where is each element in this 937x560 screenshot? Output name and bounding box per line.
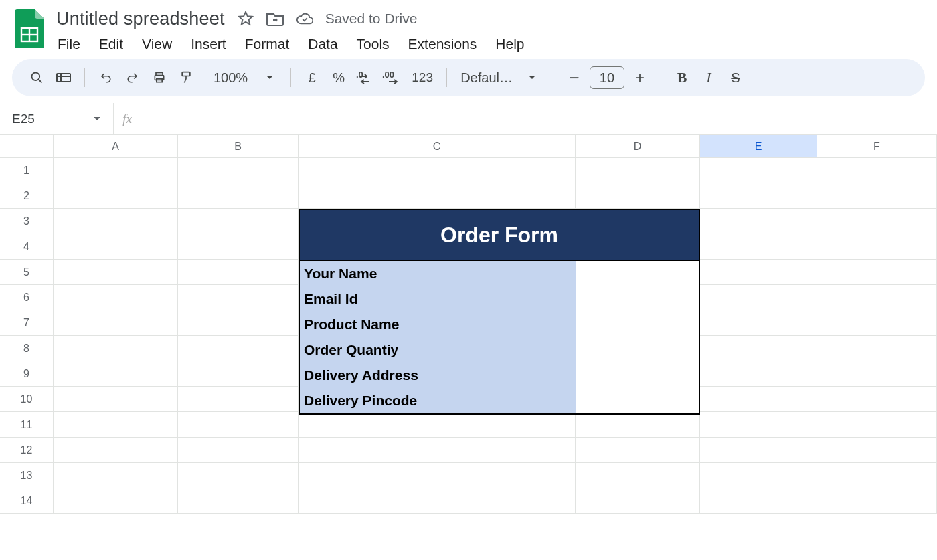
cloud-saved-icon[interactable] xyxy=(296,10,313,27)
order-form-title: Order Form xyxy=(300,210,699,261)
increase-decimal-icon[interactable]: .00 xyxy=(381,66,404,89)
field-input-product-name[interactable] xyxy=(576,312,699,337)
field-input-delivery-address[interactable] xyxy=(576,363,699,388)
zoom-level[interactable]: 100% xyxy=(211,70,250,86)
column-header-E[interactable]: E xyxy=(700,135,817,158)
menu-view[interactable]: View xyxy=(142,36,172,52)
order-form-labels: Your Name Email Id Product Name Order Qu… xyxy=(300,261,576,413)
field-label-email-id: Email Id xyxy=(300,286,576,312)
decrease-decimal-icon[interactable]: .0 xyxy=(354,66,377,89)
name-box[interactable]: E25 xyxy=(0,103,114,134)
bold-button[interactable]: B xyxy=(671,66,693,89)
redo-icon[interactable] xyxy=(121,66,144,89)
app-logo[interactable] xyxy=(12,5,47,52)
menu-data[interactable]: Data xyxy=(308,36,337,52)
font-size-input[interactable]: 10 xyxy=(590,66,624,89)
menubar: File Edit View Insert Format Data Tools … xyxy=(56,32,925,59)
format-percent-button[interactable]: % xyxy=(327,66,350,89)
document-header: Untitled spreadsheet Saved to Drive File… xyxy=(0,0,937,59)
row-header-12[interactable]: 12 xyxy=(0,438,54,463)
search-icon[interactable] xyxy=(25,66,48,89)
italic-button[interactable]: I xyxy=(697,66,720,89)
row-header-9[interactable]: 9 xyxy=(0,361,54,387)
row-header-10[interactable]: 10 xyxy=(0,387,54,412)
increase-font-size-button[interactable]: + xyxy=(628,66,651,89)
strikethrough-button[interactable]: S xyxy=(724,66,747,89)
row-header-13[interactable]: 13 xyxy=(0,463,54,488)
row-header-2[interactable]: 2 xyxy=(0,183,54,209)
column-header-F[interactable]: F xyxy=(817,135,937,158)
row-header-6[interactable]: 6 xyxy=(0,285,54,310)
row-header-14[interactable]: 14 xyxy=(0,488,54,514)
menu-edit[interactable]: Edit xyxy=(99,36,123,52)
row-headers: 1 2 3 4 5 6 7 8 9 10 11 12 13 14 xyxy=(0,158,54,514)
svg-rect-11 xyxy=(182,72,190,76)
column-headers: A B C D E F xyxy=(0,135,937,158)
print-icon[interactable] xyxy=(148,66,171,89)
order-form-inputs xyxy=(576,261,699,413)
column-header-B[interactable]: B xyxy=(178,135,299,158)
move-to-drive-icon[interactable] xyxy=(266,10,284,27)
row-header-4[interactable]: 4 xyxy=(0,234,54,260)
row-header-3[interactable]: 3 xyxy=(0,209,54,234)
decrease-font-size-button[interactable]: − xyxy=(563,66,586,89)
star-icon[interactable] xyxy=(237,10,254,27)
undo-icon[interactable] xyxy=(94,66,117,89)
order-form: Order Form Your Name Email Id Product Na… xyxy=(299,209,700,415)
field-label-delivery-pincode: Delivery Pincode xyxy=(300,388,576,413)
toolbar: 100% £ % .0 .00 123 Defaul… − 10 + B I S xyxy=(12,59,925,96)
field-input-your-name[interactable] xyxy=(576,261,699,286)
spreadsheet-grid: A B C D E F 1 2 3 4 5 6 7 8 9 10 11 12 1… xyxy=(0,135,937,514)
field-label-order-quantity: Order Quantiy xyxy=(300,337,576,363)
formula-bar-row: E25 fx xyxy=(0,103,937,135)
menu-help[interactable]: Help xyxy=(495,36,524,52)
row-header-11[interactable]: 11 xyxy=(0,412,54,438)
font-dropdown-icon[interactable] xyxy=(521,66,543,89)
menu-file[interactable]: File xyxy=(58,36,80,52)
field-input-delivery-pincode[interactable] xyxy=(576,388,699,413)
field-label-your-name: Your Name xyxy=(300,261,576,286)
svg-text:.00: .00 xyxy=(382,71,394,80)
cell-area[interactable]: Order Form Your Name Email Id Product Na… xyxy=(54,158,937,514)
font-family-select[interactable]: Defaul… xyxy=(456,70,517,86)
column-header-A[interactable]: A xyxy=(54,135,178,158)
row-header-1[interactable]: 1 xyxy=(0,158,54,183)
cell-reference: E25 xyxy=(12,112,35,126)
row-header-8[interactable]: 8 xyxy=(0,336,54,361)
field-label-product-name: Product Name xyxy=(300,312,576,337)
fx-label: fx xyxy=(114,112,141,126)
menu-format[interactable]: Format xyxy=(245,36,290,52)
field-input-order-quantity[interactable] xyxy=(576,337,699,363)
svg-point-3 xyxy=(32,73,40,81)
paint-format-icon[interactable] xyxy=(175,66,197,89)
svg-rect-5 xyxy=(57,74,70,82)
format-currency-button[interactable]: £ xyxy=(301,66,323,89)
more-formats-button[interactable]: 123 xyxy=(408,66,437,89)
document-title[interactable]: Untitled spreadsheet xyxy=(56,9,225,29)
name-box-dropdown-icon[interactable] xyxy=(93,116,101,122)
column-header-C[interactable]: C xyxy=(299,135,576,158)
menu-extensions[interactable]: Extensions xyxy=(408,36,477,52)
select-all-corner[interactable] xyxy=(0,135,54,158)
field-label-delivery-address: Delivery Address xyxy=(300,363,576,388)
row-header-7[interactable]: 7 xyxy=(0,310,54,336)
filter-views-icon[interactable] xyxy=(52,66,75,89)
svg-text:.0: .0 xyxy=(356,71,363,80)
field-input-email-id[interactable] xyxy=(576,286,699,312)
menu-insert[interactable]: Insert xyxy=(191,36,226,52)
save-status: Saved to Drive xyxy=(325,11,418,27)
row-header-5[interactable]: 5 xyxy=(0,260,54,285)
menu-tools[interactable]: Tools xyxy=(357,36,390,52)
svg-line-4 xyxy=(39,80,42,83)
column-header-D[interactable]: D xyxy=(576,135,700,158)
zoom-dropdown-icon[interactable] xyxy=(258,66,281,89)
